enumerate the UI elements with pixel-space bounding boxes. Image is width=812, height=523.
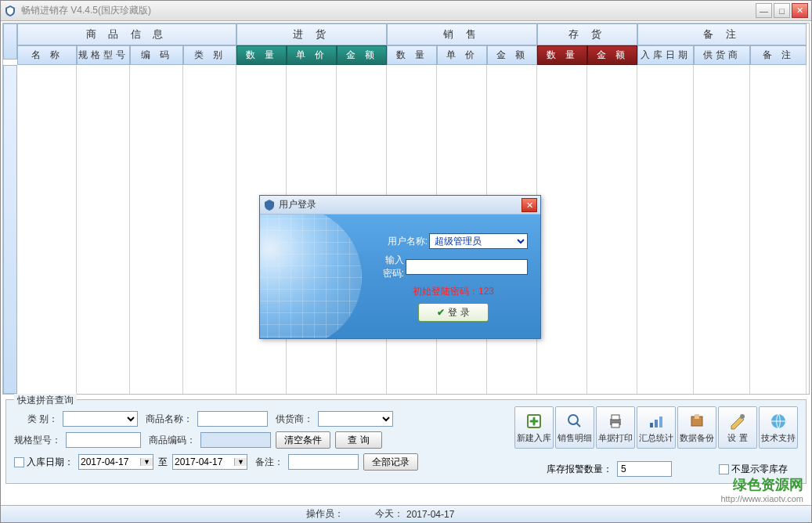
code-label: 商品编码： [146, 434, 196, 447]
stock-alert-row: 库存报警数量： [547, 461, 672, 477]
query-legend: 快速拼音查询 [14, 394, 77, 407]
spec-label: 规格型号： [14, 434, 61, 447]
grid-column [17, 65, 77, 394]
username-select[interactable]: 超级管理员 [429, 233, 528, 249]
column-header[interactable]: 供货商 [694, 45, 750, 65]
column-header[interactable]: 金 额 [587, 45, 637, 65]
search-button[interactable]: 查 询 [335, 431, 382, 449]
app-icon [4, 5, 16, 17]
supplier-label: 供货商： [272, 413, 313, 426]
window-title: 畅销进销存 V4.4.5(国庆珍藏版) [21, 4, 756, 17]
globe-graphic [260, 215, 362, 338]
grid-column [750, 65, 807, 394]
password-input[interactable] [406, 259, 528, 275]
column-header[interactable]: 入库日期 [637, 45, 694, 65]
remark-input[interactable] [288, 454, 359, 470]
grid-column [130, 65, 183, 394]
date-to-input[interactable]: ▼ [172, 454, 247, 470]
grid-column [537, 65, 587, 394]
stock-alert-input[interactable] [617, 461, 672, 477]
column-header[interactable]: 名 称 [17, 45, 77, 65]
column-header[interactable]: 单 价 [287, 45, 337, 65]
product-name-label: 商品名称： [143, 413, 193, 426]
grid-header-groups: 商 品 信 息进 货销 售存 货备 注 [17, 23, 809, 45]
tool-1[interactable]: 销售明细 [555, 406, 594, 449]
login-form: 用户名称: 超级管理员 输入密码: 初始登陆密码：123 登 录 [379, 229, 528, 322]
column-group-header[interactable]: 备 注 [637, 23, 807, 45]
column-header[interactable]: 规格型号 [77, 45, 130, 65]
column-header[interactable]: 金 额 [337, 45, 387, 65]
category-label: 类 别： [14, 413, 58, 426]
column-group-header[interactable]: 销 售 [387, 23, 537, 45]
grid-column [77, 65, 130, 394]
column-group-header[interactable]: 存 货 [537, 23, 637, 45]
all-records-button[interactable]: 全部记录 [363, 453, 418, 471]
username-label: 用户名称: [379, 235, 428, 248]
grid-column [183, 65, 236, 394]
indate-checkbox[interactable]: 入库日期： [14, 456, 74, 469]
product-name-input[interactable] [197, 411, 268, 427]
tool-3[interactable]: 汇总统计 [637, 406, 676, 449]
today-segment: 今天： 2017-04-17 [375, 507, 454, 521]
tool-2[interactable]: 单据打印 [596, 406, 635, 449]
login-dialog: 用户登录 ✕ 用户名称: 超级管理员 输入密码: 初始登陆密码：123 登 录 [259, 195, 541, 339]
tool-0[interactable]: 新建入库 [514, 406, 554, 449]
statusbar: 操作员： 今天： 2017-04-17 [1, 505, 811, 522]
stock-alert-label: 库存报警数量： [547, 463, 612, 476]
dialog-title: 用户登录 [279, 198, 521, 211]
window-controls: — □ ✕ [756, 3, 808, 18]
dialog-close-button[interactable]: ✕ [521, 198, 537, 212]
grid-column [694, 65, 750, 394]
close-button[interactable]: ✕ [792, 3, 808, 18]
date-to-label: 至 [158, 456, 168, 469]
hide-zero-checkbox[interactable]: 不显示零库存 [719, 463, 788, 476]
tool-6[interactable]: 技术支持 [759, 406, 798, 449]
dialog-icon [263, 199, 276, 211]
svg-point-10 [740, 414, 745, 419]
maximize-button[interactable]: □ [774, 3, 790, 18]
login-button[interactable]: 登 录 [418, 303, 489, 322]
column-header[interactable]: 数 量 [537, 45, 587, 65]
svg-rect-7 [659, 417, 662, 427]
column-header[interactable]: 单 价 [437, 45, 487, 65]
supplier-select[interactable] [318, 411, 393, 427]
category-select[interactable] [63, 411, 138, 427]
column-group-header[interactable]: 进 货 [236, 23, 387, 45]
dialog-titlebar: 用户登录 ✕ [260, 196, 540, 215]
query-form: 类 别： 商品名称： 供货商： 规格型号： 商品编码： 清空条件 查 询 入库日… [14, 406, 505, 475]
tool-5[interactable]: 设 置 [718, 406, 757, 449]
remark-label: 备注： [252, 456, 283, 469]
row-header-gutter [3, 65, 17, 394]
tool-4[interactable]: 数据备份 [677, 406, 716, 449]
row-header-corner [3, 23, 17, 60]
column-header[interactable]: 类 别 [183, 45, 236, 65]
svg-rect-6 [655, 420, 658, 427]
svg-rect-4 [612, 423, 619, 427]
grid-column [637, 65, 694, 394]
column-header[interactable]: 备 注 [750, 45, 807, 65]
minimize-button[interactable]: — [756, 3, 772, 18]
spec-input[interactable] [66, 432, 141, 448]
grid-header-columns: 名 称规格型号编 码类 别数 量单 价金 额数 量单 价金 额数 量金 额入库日… [17, 45, 809, 65]
svg-rect-9 [695, 414, 699, 419]
date-from-input[interactable]: ▼ [78, 454, 153, 470]
column-group-header[interactable]: 商 品 信 息 [17, 23, 236, 45]
main-window: 畅销进销存 V4.4.5(国庆珍藏版) — □ ✕ 商 品 信 息进 货销 售存… [0, 0, 812, 523]
password-hint: 初始登陆密码：123 [379, 285, 528, 298]
code-input[interactable] [200, 432, 271, 448]
column-header[interactable]: 金 额 [487, 45, 537, 65]
password-label: 输入密码: [379, 254, 404, 280]
clear-button[interactable]: 清空条件 [276, 431, 330, 449]
operator-segment: 操作员： [306, 507, 344, 521]
column-header[interactable]: 编 码 [130, 45, 183, 65]
column-header[interactable]: 数 量 [387, 45, 437, 65]
column-header[interactable]: 数 量 [236, 45, 287, 65]
dialog-body: 用户名称: 超级管理员 输入密码: 初始登陆密码：123 登 录 [260, 215, 540, 338]
svg-rect-3 [612, 415, 619, 420]
watermark: 绿色资源网 http://www.xiaotv.com [720, 475, 803, 503]
grid-column [587, 65, 637, 394]
titlebar: 畅销进销存 V4.4.5(国庆珍藏版) — □ ✕ [1, 1, 811, 21]
svg-rect-5 [650, 423, 653, 427]
